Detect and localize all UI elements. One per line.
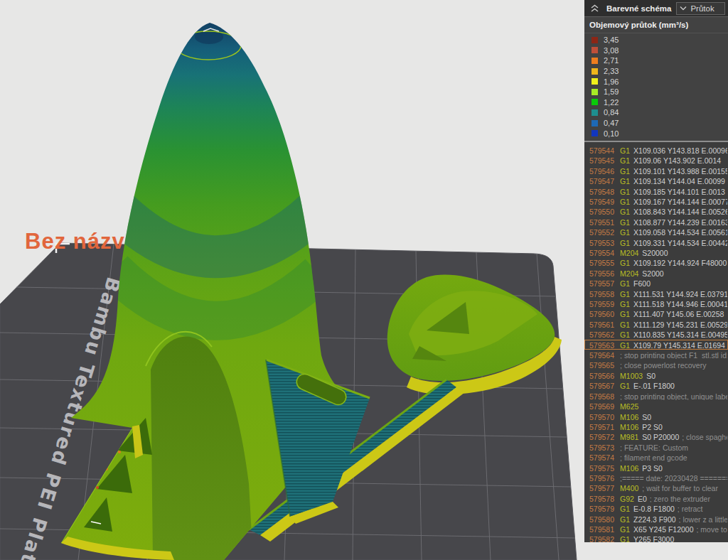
gcode-args: X109.101 Y143.988 E.00155 <box>633 167 728 176</box>
gcode-line[interactable]: 579562G1X110.835 Y145.314 E.00495 <box>584 329 728 339</box>
gcode-command: G1 <box>620 208 630 216</box>
gcode-line[interactable]: 579556M204S2000 <box>584 268 728 278</box>
legend-swatch <box>592 78 598 85</box>
gcode-line-number: 579574 <box>589 453 614 462</box>
gcode-line[interactable]: 579566M1003S0 <box>584 370 728 380</box>
gcode-comment: ; lower z a little <box>679 515 728 524</box>
gcode-line[interactable]: 579572M981S0 P20000; close spaghetti de <box>584 431 728 441</box>
legend-item[interactable]: 0,47 <box>584 118 728 129</box>
gcode-line[interactable]: 579579G1E-0.8 F1800; retract <box>584 503 728 513</box>
legend-swatch <box>592 68 598 75</box>
legend-item[interactable]: 0,10 <box>584 128 728 139</box>
gcode-line[interactable]: 579581G1X65 Y245 F12000; move to safe p <box>584 524 728 534</box>
gcode-line[interactable]: 579574; filament end gcode <box>584 452 728 462</box>
legend-value: 0,10 <box>604 129 619 138</box>
gcode-line[interactable]: 579565; close powerlost recovery <box>584 360 728 370</box>
gcode-comment: ; wait for buffer to clear <box>642 484 718 492</box>
gcode-line[interactable]: 579563G1X109.79 Y145.314 E.01694 <box>584 340 728 350</box>
gcode-args: X111.129 Y145.231 E.00529 <box>633 321 728 329</box>
gcode-line-number: 579550 <box>589 208 614 216</box>
legend-item[interactable]: 1,96 <box>584 76 728 87</box>
gcode-line[interactable]: 579554M204S20000 <box>584 247 728 257</box>
gcode-line-number: 579573 <box>589 443 614 452</box>
gcode-comment: ; stop printing object F1_stl.stl id:15 … <box>620 351 728 360</box>
gcode-line[interactable]: 579578G92E0; zero the extruder <box>584 493 728 503</box>
gcode-line[interactable]: 579580G1Z224.3 F900; lower z a little <box>584 514 728 524</box>
gcode-line[interactable]: 579564; stop printing object F1_stl.stl … <box>584 350 728 360</box>
gcode-line[interactable]: 579550G1X108.843 Y144.144 E.00526 <box>584 206 728 216</box>
gcode-args: X111.518 Y144.946 E.00041 <box>633 300 728 308</box>
gcode-line[interactable]: 579551G1X108.877 Y144.239 E.00163 <box>584 217 728 227</box>
legend-item[interactable]: 0,84 <box>584 107 728 118</box>
gcode-line[interactable]: 579559G1X111.518 Y144.946 E.00041 <box>584 298 728 308</box>
gcode-args: X109.79 Y145.314 E.01694 <box>633 341 725 350</box>
gcode-line[interactable]: 579555G1X109.192 Y144.924 F48000 <box>584 257 728 267</box>
gcode-command: G1 <box>620 228 630 237</box>
legend-item[interactable]: 2,71 <box>584 55 728 66</box>
gcode-line[interactable]: 579568; stop printing object, unique lab… <box>584 391 728 401</box>
chevron-down-icon <box>680 6 687 11</box>
gcode-args: S20000 <box>642 249 668 257</box>
gcode-line[interactable]: 579548G1X109.185 Y144.101 E.0013 <box>584 186 728 196</box>
gcode-line[interactable]: 579560G1X111.407 Y145.06 E.00258 <box>584 308 728 318</box>
legend-swatch <box>592 58 598 64</box>
legend-swatch <box>592 99 598 105</box>
color-scheme-dropdown[interactable]: Průtok <box>676 2 725 15</box>
gcode-args: S2000 <box>642 269 663 278</box>
gcode-comment: ; FEATURE: Custom <box>620 443 688 452</box>
gcode-line[interactable]: 579558G1X111.531 Y144.924 E.03791 <box>584 289 728 298</box>
legend-value: 1,96 <box>604 77 619 86</box>
gcode-line[interactable]: 579549G1X109.167 Y144.144 E.00077 <box>584 196 728 206</box>
gcode-args: X109.134 Y144.04 E.00099 <box>633 177 725 185</box>
gcode-args: X109.192 Y144.924 F48000 <box>633 259 727 267</box>
gcode-command: G1 <box>620 259 630 267</box>
gcode-line-number: 579572 <box>589 433 614 441</box>
gcode-list[interactable]: 579544G1X109.036 Y143.818 E.00096579545G… <box>584 142 728 542</box>
legend-value: 0,84 <box>604 108 619 117</box>
gcode-line[interactable]: 579577M400; wait for buffer to clear <box>584 483 728 492</box>
gcode-line[interactable]: 579547G1X109.134 Y144.04 E.00099 <box>584 176 728 185</box>
gcode-line[interactable]: 579546G1X109.101 Y143.988 E.00155 <box>584 166 728 176</box>
gcode-args: X109.06 Y143.902 E.0014 <box>633 156 721 165</box>
overhang-dot <box>96 486 99 489</box>
legend-value: 3,45 <box>604 36 619 44</box>
gcode-line[interactable]: 579544G1X109.036 Y143.818 E.00096 <box>584 145 728 155</box>
legend-item[interactable]: 3,45 <box>584 35 728 45</box>
gcode-line[interactable]: 579567G1E-.01 F1800 <box>584 380 728 390</box>
gcode-line[interactable]: 579552G1X109.058 Y144.534 E.00561 <box>584 227 728 237</box>
double-chevron-up-icon[interactable] <box>590 4 599 13</box>
gcode-line[interactable]: 579557G1F600 <box>584 278 728 288</box>
gcode-line[interactable]: 579553G1X109.331 Y144.534 E.00442 <box>584 237 728 247</box>
gcode-command: G1 <box>620 382 630 390</box>
gcode-command: G1 <box>620 198 630 206</box>
legend-item[interactable]: 1,59 <box>584 87 728 97</box>
gcode-command: M625 <box>620 402 638 411</box>
gcode-line-number: 579556 <box>589 269 614 278</box>
gcode-line[interactable]: 579573; FEATURE: Custom <box>584 442 728 452</box>
gcode-line[interactable]: 579569M625 <box>584 401 728 411</box>
gcode-command: M1003 <box>620 372 643 380</box>
gcode-line[interactable]: 579582G1Y265 F3000 <box>584 534 728 542</box>
legend-item[interactable]: 1,22 <box>584 97 728 108</box>
gcode-line[interactable]: 579576;===== date: 20230428 =========== <box>584 473 728 483</box>
gcode-line-number: 579565 <box>589 361 614 370</box>
gcode-command: G1 <box>620 290 630 298</box>
gcode-args: X111.407 Y145.06 E.00258 <box>633 310 724 318</box>
legend-item[interactable]: 2,33 <box>584 66 728 77</box>
gcode-line-number: 579555 <box>589 259 614 267</box>
gcode-command: G92 <box>620 495 634 503</box>
gcode-line[interactable]: 579575M106P3 S0 <box>584 463 728 473</box>
gcode-args: S0 <box>642 413 651 421</box>
gcode-command: G1 <box>620 146 630 155</box>
gcode-line[interactable]: 579545G1X109.06 Y143.902 E.0014 <box>584 155 728 165</box>
gcode-line[interactable]: 579561G1X111.129 Y145.231 E.00529 <box>584 319 728 329</box>
gcode-comment: ;===== date: 20230428 =========== <box>620 474 728 483</box>
gcode-line[interactable]: 579570M106S0 <box>584 411 728 421</box>
legend-item[interactable]: 3,08 <box>584 45 728 56</box>
gcode-line-number: 579559 <box>589 300 614 308</box>
gcode-line-number: 579579 <box>589 505 614 513</box>
project-name-label[interactable]: Bez názv <box>25 229 125 254</box>
gcode-line-number: 579554 <box>589 249 614 257</box>
gcode-line-number: 579577 <box>589 484 614 492</box>
gcode-line[interactable]: 579571M106P2 S0 <box>584 421 728 431</box>
